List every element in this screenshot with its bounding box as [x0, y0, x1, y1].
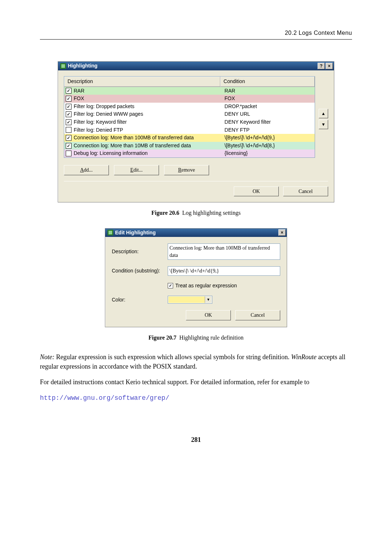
row-condition: \[Bytes\]\ \d+/\d+/\d{8,}	[225, 142, 313, 149]
grep-link[interactable]: http://www.gnu.org/software/grep/	[40, 394, 169, 402]
row-description: Filter log: Denied FTP	[74, 127, 225, 134]
row-checkbox[interactable]	[66, 119, 72, 125]
row-condition: \[Bytes\]\ \d+/\d+/\d{9,}	[225, 134, 313, 141]
row-checkbox[interactable]	[66, 88, 72, 94]
help-icon[interactable]: ?	[318, 63, 325, 69]
note-paragraph-1: Note: Regular expression is such express…	[40, 353, 352, 371]
condition-input[interactable]: \[Bytes\]\ \d+/\d+/\d{9,}	[168, 266, 280, 276]
titlebar: Highlighting ? ×	[58, 62, 334, 70]
row-condition: DENY FTP	[225, 127, 313, 134]
remove-button[interactable]: Remove	[164, 165, 209, 175]
row-description: Connection log: More than 10MB of transf…	[74, 142, 225, 149]
row-checkbox[interactable]	[66, 135, 72, 141]
table-row[interactable]: RARRAR	[64, 87, 315, 95]
row-checkbox[interactable]	[66, 127, 72, 133]
row-condition: RAR	[225, 87, 313, 95]
ok-button[interactable]: OK	[186, 310, 231, 320]
close-icon[interactable]: ×	[326, 63, 333, 69]
move-up-button[interactable]: ▲	[319, 109, 328, 118]
dialog-title: Edit Highlighting	[115, 229, 156, 237]
table-row[interactable]: Filter log: Denied FTPDENY FTP	[64, 126, 315, 134]
row-description: FOX	[74, 95, 225, 102]
row-checkbox[interactable]	[66, 151, 72, 156]
page-header: 20.2 Logs Context Menu	[40, 29, 352, 40]
color-swatch-preview	[168, 296, 205, 303]
row-condition: FOX	[225, 95, 313, 102]
note-paragraph-2: For detailed instructions contact Kerio …	[40, 378, 352, 387]
move-down-button[interactable]: ▼	[319, 120, 328, 129]
ok-button[interactable]: OK	[234, 186, 279, 197]
list-header: Description Condition	[64, 77, 315, 87]
table-row[interactable]: Filter log: Keyword filterDENY Keyword f…	[64, 118, 315, 126]
cancel-button[interactable]: Cancel	[283, 186, 328, 197]
figure-caption-2: Figure 20.7 Highlighting rule definition	[40, 334, 352, 342]
checkbox-icon	[168, 283, 173, 288]
row-checkbox[interactable]	[66, 143, 72, 149]
color-label: Color:	[112, 296, 163, 304]
edit-button[interactable]: Edit...	[114, 165, 159, 175]
table-row[interactable]: Debug log: Licensing information{licensi…	[64, 149, 315, 157]
row-checkbox[interactable]	[66, 104, 72, 110]
column-condition[interactable]: Condition	[220, 77, 315, 87]
description-label: Description:	[112, 248, 163, 255]
table-row[interactable]: Connection log: More than 10MB of transf…	[64, 142, 315, 150]
row-description: RAR	[74, 87, 225, 95]
row-description: Debug log: Licensing information	[74, 150, 225, 157]
column-description[interactable]: Description	[64, 77, 220, 87]
row-checkbox[interactable]	[66, 96, 72, 102]
row-condition: DROP.*packet	[225, 103, 313, 110]
regex-label: Treat as regular expression	[175, 282, 237, 290]
app-icon	[60, 63, 66, 69]
row-condition: DENY Keyword filter	[225, 119, 313, 126]
table-row[interactable]: Connection log: More than 100MB of trans…	[64, 134, 315, 142]
table-row[interactable]: FOXFOX	[64, 95, 315, 103]
close-icon[interactable]: ×	[278, 229, 286, 236]
add-button[interactable]: Add...	[64, 165, 109, 175]
highlighting-dialog: Highlighting ? × Description Condition R…	[58, 61, 334, 202]
row-description: Filter log: Keyword filter	[74, 119, 225, 126]
dialog-title: Highlighting	[68, 62, 98, 70]
row-checkbox[interactable]	[66, 111, 72, 117]
chevron-down-icon[interactable]: ▼	[205, 296, 212, 303]
table-row[interactable]: Filter log: Dropped packetsDROP.*packet	[64, 103, 315, 111]
row-condition: DENY URL	[225, 111, 313, 118]
description-input[interactable]: Connection log: More than 100MB of trans…	[168, 243, 280, 260]
row-condition: {licensing}	[225, 150, 313, 157]
row-description: Filter log: Dropped packets	[74, 103, 225, 110]
table-row[interactable]: Filter log: Denied WWW pagesDENY URL	[64, 110, 315, 118]
row-description: Connection log: More than 100MB of trans…	[74, 134, 225, 141]
page-number: 281	[40, 435, 352, 444]
regex-checkbox[interactable]: Treat as regular expression	[168, 282, 237, 290]
titlebar: Edit Highlighting ×	[105, 229, 287, 237]
highlight-list[interactable]: Description Condition RARRARFOXFOXFilter…	[64, 76, 315, 158]
color-picker[interactable]: ▼	[168, 296, 212, 304]
app-icon	[107, 230, 113, 235]
figure-caption-1: Figure 20.6 Log highlighting settings	[40, 209, 352, 217]
edit-highlighting-dialog: Edit Highlighting × Description: Connect…	[105, 228, 287, 328]
condition-label: Condition (substring):	[112, 267, 163, 275]
row-description: Filter log: Denied WWW pages	[74, 111, 225, 118]
cancel-button[interactable]: Cancel	[235, 310, 280, 320]
